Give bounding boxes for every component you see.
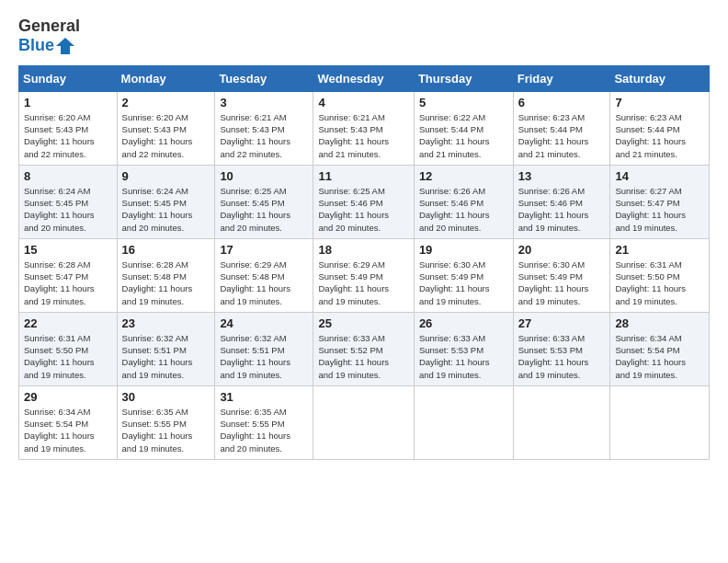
calendar-header-tuesday: Tuesday (215, 65, 313, 91)
day-number: 1 (24, 96, 112, 109)
day-number: 26 (419, 316, 508, 330)
day-detail: Sunrise: 6:33 AM Sunset: 5:53 PM Dayligh… (419, 332, 508, 381)
day-detail: Sunrise: 6:28 AM Sunset: 5:48 PM Dayligh… (122, 259, 210, 307)
calendar-cell: 30Sunrise: 6:35 AM Sunset: 5:55 PM Dayli… (117, 385, 215, 459)
calendar-header-friday: Friday (513, 65, 610, 91)
calendar-cell: 3Sunrise: 6:21 AM Sunset: 5:43 PM Daylig… (215, 91, 313, 165)
day-detail: Sunrise: 6:34 AM Sunset: 5:54 PM Dayligh… (615, 332, 704, 381)
day-number: 31 (220, 390, 308, 404)
calendar-week-row: 29Sunrise: 6:34 AM Sunset: 5:54 PM Dayli… (19, 385, 710, 459)
calendar-header-monday: Monday (117, 65, 215, 91)
calendar-cell: 24Sunrise: 6:32 AM Sunset: 5:51 PM Dayli… (215, 312, 313, 385)
calendar-cell: 10Sunrise: 6:25 AM Sunset: 5:45 PM Dayli… (215, 165, 313, 238)
day-detail: Sunrise: 6:26 AM Sunset: 5:46 PM Dayligh… (419, 185, 508, 234)
day-number: 4 (318, 96, 408, 109)
calendar-cell: 31Sunrise: 6:35 AM Sunset: 5:55 PM Dayli… (215, 385, 313, 459)
day-number: 19 (419, 243, 508, 257)
header-area: General Blue (18, 17, 710, 56)
day-detail: Sunrise: 6:20 AM Sunset: 5:43 PM Dayligh… (24, 111, 112, 160)
calendar-cell: 27Sunrise: 6:33 AM Sunset: 5:53 PM Dayli… (513, 312, 610, 385)
calendar-cell: 20Sunrise: 6:30 AM Sunset: 5:49 PM Dayli… (513, 238, 610, 312)
day-number: 7 (615, 96, 704, 109)
day-detail: Sunrise: 6:28 AM Sunset: 5:47 PM Dayligh… (24, 259, 112, 307)
calendar-cell (313, 385, 414, 459)
day-detail: Sunrise: 6:20 AM Sunset: 5:43 PM Dayligh… (122, 111, 210, 160)
calendar-week-row: 8Sunrise: 6:24 AM Sunset: 5:45 PM Daylig… (19, 165, 710, 238)
day-number: 13 (518, 169, 606, 183)
day-number: 29 (24, 390, 112, 404)
day-number: 3 (220, 96, 308, 109)
day-number: 2 (122, 96, 210, 109)
day-number: 16 (122, 243, 210, 257)
day-detail: Sunrise: 6:32 AM Sunset: 5:51 PM Dayligh… (122, 332, 210, 381)
day-detail: Sunrise: 6:32 AM Sunset: 5:51 PM Dayligh… (220, 332, 308, 381)
day-detail: Sunrise: 6:31 AM Sunset: 5:50 PM Dayligh… (615, 259, 704, 307)
calendar-cell: 5Sunrise: 6:22 AM Sunset: 5:44 PM Daylig… (414, 91, 513, 165)
calendar-cell: 13Sunrise: 6:26 AM Sunset: 5:46 PM Dayli… (513, 165, 610, 238)
calendar-table: SundayMondayTuesdayWednesdayThursdayFrid… (18, 65, 710, 460)
calendar-cell: 29Sunrise: 6:34 AM Sunset: 5:54 PM Dayli… (19, 385, 118, 459)
day-number: 14 (615, 169, 704, 183)
calendar-cell: 16Sunrise: 6:28 AM Sunset: 5:48 PM Dayli… (117, 238, 215, 312)
day-number: 11 (318, 169, 408, 183)
day-detail: Sunrise: 6:25 AM Sunset: 5:46 PM Dayligh… (318, 185, 408, 234)
day-number: 27 (518, 316, 606, 330)
day-detail: Sunrise: 6:25 AM Sunset: 5:45 PM Dayligh… (220, 185, 308, 234)
calendar-cell: 12Sunrise: 6:26 AM Sunset: 5:46 PM Dayli… (414, 165, 513, 238)
day-number: 9 (122, 169, 210, 183)
calendar-body: 1Sunrise: 6:20 AM Sunset: 5:43 PM Daylig… (19, 91, 710, 459)
day-detail: Sunrise: 6:34 AM Sunset: 5:54 PM Dayligh… (24, 406, 112, 454)
calendar-cell: 19Sunrise: 6:30 AM Sunset: 5:49 PM Dayli… (414, 238, 513, 312)
day-number: 21 (615, 243, 704, 257)
day-number: 12 (419, 169, 508, 183)
calendar-header-sunday: Sunday (19, 65, 118, 91)
day-number: 28 (615, 316, 704, 330)
logo-general: General (18, 17, 80, 36)
calendar-header-wednesday: Wednesday (313, 65, 414, 91)
day-detail: Sunrise: 6:23 AM Sunset: 5:44 PM Dayligh… (615, 111, 704, 160)
day-number: 8 (24, 169, 112, 183)
day-detail: Sunrise: 6:29 AM Sunset: 5:48 PM Dayligh… (220, 259, 308, 307)
day-detail: Sunrise: 6:21 AM Sunset: 5:43 PM Dayligh… (220, 111, 308, 160)
day-detail: Sunrise: 6:27 AM Sunset: 5:47 PM Dayligh… (615, 185, 704, 234)
calendar-cell: 2Sunrise: 6:20 AM Sunset: 5:43 PM Daylig… (117, 91, 215, 165)
calendar-cell (610, 385, 710, 459)
calendar-cell: 18Sunrise: 6:29 AM Sunset: 5:49 PM Dayli… (313, 238, 414, 312)
day-detail: Sunrise: 6:31 AM Sunset: 5:50 PM Dayligh… (24, 332, 112, 381)
day-number: 22 (24, 316, 112, 330)
calendar-cell: 11Sunrise: 6:25 AM Sunset: 5:46 PM Dayli… (313, 165, 414, 238)
day-detail: Sunrise: 6:33 AM Sunset: 5:53 PM Dayligh… (518, 332, 606, 381)
calendar-header-saturday: Saturday (610, 65, 710, 91)
day-detail: Sunrise: 6:29 AM Sunset: 5:49 PM Dayligh… (318, 259, 408, 307)
day-detail: Sunrise: 6:23 AM Sunset: 5:44 PM Dayligh… (518, 111, 606, 160)
day-detail: Sunrise: 6:22 AM Sunset: 5:44 PM Dayligh… (419, 111, 508, 160)
day-number: 17 (220, 243, 308, 257)
calendar-header-row: SundayMondayTuesdayWednesdayThursdayFrid… (19, 65, 710, 91)
calendar-week-row: 22Sunrise: 6:31 AM Sunset: 5:50 PM Dayli… (19, 312, 710, 385)
day-number: 10 (220, 169, 308, 183)
calendar-cell: 26Sunrise: 6:33 AM Sunset: 5:53 PM Dayli… (414, 312, 513, 385)
day-detail: Sunrise: 6:30 AM Sunset: 5:49 PM Dayligh… (419, 259, 508, 307)
day-detail: Sunrise: 6:35 AM Sunset: 5:55 PM Dayligh… (220, 406, 308, 454)
calendar-week-row: 1Sunrise: 6:20 AM Sunset: 5:43 PM Daylig… (19, 91, 710, 165)
day-number: 23 (122, 316, 210, 330)
day-detail: Sunrise: 6:26 AM Sunset: 5:46 PM Dayligh… (518, 185, 606, 234)
day-detail: Sunrise: 6:35 AM Sunset: 5:55 PM Dayligh… (122, 406, 210, 454)
calendar-cell: 9Sunrise: 6:24 AM Sunset: 5:45 PM Daylig… (117, 165, 215, 238)
calendar-week-row: 15Sunrise: 6:28 AM Sunset: 5:47 PM Dayli… (19, 238, 710, 312)
day-number: 24 (220, 316, 308, 330)
svg-marker-0 (56, 38, 74, 54)
calendar-cell: 22Sunrise: 6:31 AM Sunset: 5:50 PM Dayli… (19, 312, 118, 385)
calendar-cell: 23Sunrise: 6:32 AM Sunset: 5:51 PM Dayli… (117, 312, 215, 385)
day-detail: Sunrise: 6:24 AM Sunset: 5:45 PM Dayligh… (122, 185, 210, 234)
day-number: 5 (419, 96, 508, 109)
calendar-header-thursday: Thursday (414, 65, 513, 91)
day-number: 15 (24, 243, 112, 257)
calendar-cell (414, 385, 513, 459)
page: General Blue SundayMondayTuesdayWednesda… (0, 0, 728, 563)
day-detail: Sunrise: 6:21 AM Sunset: 5:43 PM Dayligh… (318, 111, 408, 160)
calendar-cell: 28Sunrise: 6:34 AM Sunset: 5:54 PM Dayli… (610, 312, 710, 385)
calendar-cell: 17Sunrise: 6:29 AM Sunset: 5:48 PM Dayli… (215, 238, 313, 312)
calendar-cell (513, 385, 610, 459)
calendar-cell: 21Sunrise: 6:31 AM Sunset: 5:50 PM Dayli… (610, 238, 710, 312)
